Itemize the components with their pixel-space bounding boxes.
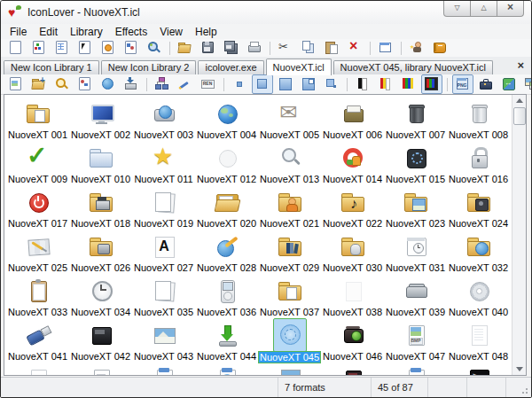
grid-item[interactable]: > — [447, 363, 510, 375]
grid-item[interactable]: NuoveXT 007 — [384, 97, 447, 141]
grid-item[interactable]: ♪NuoveXT 022 — [321, 185, 384, 230]
menu-help[interactable]: Help — [189, 25, 223, 39]
grid-item[interactable]: NuoveXT 012 — [195, 141, 258, 185]
depth-mono-button[interactable] — [352, 74, 373, 94]
new-library-button[interactable] — [51, 38, 73, 58]
grid-item[interactable]: NuoveXT 004 — [195, 97, 258, 141]
maximize-button[interactable]: △ — [470, 1, 497, 17]
grid-item[interactable]: NuoveXT 024 — [447, 185, 510, 230]
menu-effects[interactable]: Effects — [109, 25, 153, 39]
size-16-button[interactable] — [229, 74, 250, 94]
grid-item[interactable]: NuoveXT 046 — [321, 318, 384, 363]
help-book-button[interactable] — [429, 38, 450, 58]
grid-item[interactable]: NuoveXT 032 — [447, 230, 510, 274]
grid-item[interactable]: NuoveXT 016 — [447, 141, 510, 185]
save-button[interactable] — [198, 38, 219, 58]
grid-item[interactable] — [195, 363, 258, 375]
options-button[interactable] — [375, 38, 396, 58]
grid-item[interactable]: NuoveXT 038 — [321, 274, 384, 318]
convert-button[interactable]: ↔ — [498, 74, 520, 94]
grid-item[interactable]: NuoveXT 017 — [6, 185, 69, 230]
grid-item[interactable]: NuoveXT 021 — [258, 185, 321, 230]
menu-library[interactable]: Library — [64, 25, 109, 39]
grid-item[interactable] — [69, 363, 132, 375]
grid-item[interactable]: ✓NuoveXT 009 — [6, 141, 69, 185]
grid-item[interactable]: NuoveXT 020 — [195, 185, 258, 230]
save-all-button[interactable] — [221, 38, 242, 58]
import-button[interactable] — [121, 74, 142, 94]
format-png-button[interactable]: PNG — [452, 74, 473, 94]
grid-item[interactable]: NuoveXT 023 — [384, 185, 447, 230]
grid-item[interactable] — [132, 363, 195, 375]
find-button[interactable] — [144, 38, 165, 58]
paste-button[interactable] — [321, 38, 342, 58]
open-folder-button[interactable] — [175, 38, 196, 58]
grid-item[interactable]: NuoveXT 008 — [447, 97, 510, 141]
grid-item[interactable]: NuoveXT 036 — [195, 274, 258, 318]
grid-item[interactable]: NuoveXT 015 — [384, 141, 447, 185]
new-animation-button[interactable] — [98, 38, 119, 58]
grid-item[interactable]: NuoveXT 028 — [195, 230, 258, 274]
resize-grip[interactable] — [520, 386, 529, 395]
wizard-button[interactable]: ★ — [406, 38, 427, 58]
grid-item[interactable]: NuoveXT 043 — [132, 318, 195, 363]
grid-item[interactable]: NuoveXT 006 — [321, 97, 384, 141]
grid-item[interactable]: NuoveXT 042 — [69, 318, 132, 363]
scrollbar-thumb[interactable] — [513, 107, 526, 125]
size-32-button[interactable] — [252, 74, 273, 94]
new-file-button[interactable] — [5, 38, 27, 58]
title-bar[interactable]: ♥ IconLover - NuoveXT.icl ▽△× — [1, 1, 531, 25]
grid-item[interactable]: NuoveXT 037 — [258, 274, 321, 318]
tab-nuovext-icl[interactable]: NuoveXT.icl — [266, 59, 332, 75]
tree-view-button[interactable] — [152, 74, 173, 94]
scroll-up-arrow-icon[interactable] — [513, 95, 525, 106]
new-cursor-button[interactable] — [74, 38, 96, 58]
copy-button[interactable] — [298, 38, 319, 58]
grid-item[interactable]: NuoveXT 031 — [384, 230, 447, 274]
grid-item[interactable]: NuoveXT 019 — [132, 185, 195, 230]
new-image-button[interactable] — [5, 74, 27, 94]
add-folder-button[interactable]: + — [28, 74, 50, 94]
depth-true-button[interactable] — [421, 74, 442, 94]
grid-item[interactable]: ✉NuoveXT 005 — [258, 97, 321, 141]
new-icon-button[interactable] — [28, 38, 50, 58]
grid-item[interactable]: NuoveXT 041 — [6, 318, 69, 363]
grid-item[interactable]: ♪ — [384, 363, 447, 375]
print-button[interactable] — [244, 38, 265, 58]
grid-item[interactable]: NuoveXT 018 — [69, 185, 132, 230]
grid-item[interactable]: NuoveXT 010 — [69, 141, 132, 185]
search-yellow-button[interactable] — [51, 74, 73, 94]
grid-item[interactable]: NuoveXT 048 — [447, 318, 510, 363]
grid-item[interactable] — [321, 363, 384, 375]
grid-item[interactable]: NuoveXT 035 — [132, 274, 195, 318]
grid-item[interactable]: ANuoveXT 027 — [132, 230, 195, 274]
grid-item[interactable]: NuoveXT 003 — [132, 97, 195, 141]
grid-item[interactable]: NuoveXT 040 — [447, 274, 510, 318]
minimize-button[interactable]: ▽ — [443, 1, 471, 17]
export-images-button[interactable] — [521, 74, 532, 94]
image-app-button[interactable] — [74, 74, 96, 94]
tab-new-icon-library-1[interactable]: New Icon Library 1 — [4, 60, 99, 74]
globe-button[interactable] — [98, 74, 119, 94]
pen-button[interactable] — [175, 74, 196, 94]
briefcase-button[interactable] — [475, 74, 497, 94]
grid-item[interactable]: ★NuoveXT 011 — [132, 141, 195, 185]
grid-item[interactable]: NuoveXT 033 — [6, 274, 69, 318]
scroll-down-arrow-icon[interactable] — [513, 363, 525, 375]
grid-item[interactable]: NuoveXT 039 — [384, 274, 447, 318]
close-button[interactable]: × — [497, 1, 524, 17]
tab-nuovext-045-library-nuovext-icl[interactable]: NuoveXT 045, library NuoveXT.icl — [333, 60, 493, 74]
menu-view[interactable]: View — [153, 25, 189, 39]
vertical-scrollbar[interactable] — [512, 95, 526, 375]
depth-256-button[interactable] — [398, 74, 419, 94]
grid-item[interactable] — [6, 363, 69, 375]
grid-item[interactable]: NuoveXT 026 — [69, 230, 132, 274]
grid-item[interactable]: NuoveXT 045 — [258, 318, 321, 363]
grid-item[interactable]: NuoveXT 001 — [6, 97, 69, 141]
delete-button[interactable]: × — [344, 38, 365, 58]
menu-edit[interactable]: Edit — [33, 25, 64, 39]
grid-item[interactable]: NuoveXT 013 — [258, 141, 321, 185]
new-shapes-button[interactable] — [121, 38, 142, 58]
size-48-button[interactable] — [275, 74, 296, 94]
grid-item[interactable]: NuoveXT 014 — [321, 141, 384, 185]
